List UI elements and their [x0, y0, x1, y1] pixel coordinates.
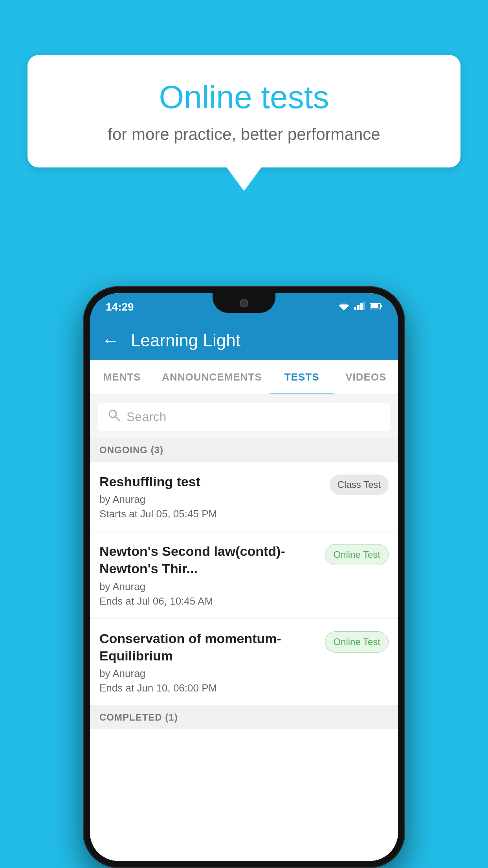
svg-rect-3: [354, 307, 356, 310]
test-badge: Online Test: [325, 544, 389, 565]
test-by: by Anurag: [99, 493, 323, 506]
test-date: Ends at Jul 06, 10:45 AM: [99, 595, 319, 607]
svg-rect-6: [363, 302, 365, 310]
search-container: Search: [90, 395, 398, 438]
search-input-wrapper[interactable]: Search: [98, 402, 390, 431]
search-icon: [108, 409, 120, 425]
signal-icon: [354, 302, 365, 313]
wifi-icon: [338, 301, 349, 313]
tab-videos[interactable]: VIDEOS: [334, 360, 398, 394]
app-toolbar: ← Learning Light: [90, 321, 398, 360]
phone-screen: 14:29 ← Le: [90, 293, 398, 861]
speech-bubble-title: Online tests: [51, 79, 437, 116]
camera: [240, 299, 248, 307]
status-time: 14:29: [106, 301, 134, 313]
back-button[interactable]: ←: [102, 332, 119, 349]
svg-rect-5: [360, 303, 363, 310]
search-placeholder: Search: [127, 410, 166, 424]
tab-tests[interactable]: TESTS: [270, 360, 334, 394]
tab-announcements[interactable]: ANNOUNCEMENTS: [154, 360, 270, 394]
test-info: Newton's Second law(contd)-Newton's Thir…: [99, 542, 319, 607]
speech-bubble-container: Online tests for more practice, better p…: [28, 55, 460, 191]
status-bar: 14:29: [90, 293, 398, 321]
battery-icon: [370, 303, 382, 311]
test-info: Reshuffling test by Anurag Starts at Jul…: [99, 473, 323, 520]
test-item[interactable]: Newton's Second law(contd)-Newton's Thir…: [90, 531, 398, 618]
test-item[interactable]: Reshuffling test by Anurag Starts at Jul…: [90, 462, 398, 531]
svg-rect-8: [381, 305, 382, 307]
test-badge: Class Test: [330, 474, 389, 495]
svg-line-11: [116, 417, 119, 421]
screen-content: Search ONGOING (3) Reshuffling test by A…: [90, 395, 398, 861]
phone-frame: 14:29 ← Le: [83, 286, 405, 868]
svg-rect-9: [371, 304, 378, 308]
speech-bubble: Online tests for more practice, better p…: [28, 55, 460, 167]
test-name: Newton's Second law(contd)-Newton's Thir…: [99, 542, 319, 577]
test-name: Conservation of momentum-Equilibrium: [99, 630, 319, 664]
tabs-container: MENTS ANNOUNCEMENTS TESTS VIDEOS: [90, 360, 398, 395]
test-name: Reshuffling test: [99, 473, 323, 490]
speech-bubble-subtitle: for more practice, better performance: [51, 125, 437, 144]
test-date: Starts at Jul 05, 05:45 PM: [99, 508, 323, 520]
svg-rect-4: [357, 305, 360, 310]
test-item[interactable]: Conservation of momentum-Equilibrium by …: [90, 619, 398, 706]
speech-bubble-arrow: [227, 167, 261, 191]
completed-section-header: COMPLETED (1): [90, 706, 398, 729]
phone-wrapper: 14:29 ← Le: [83, 286, 405, 868]
test-by: by Anurag: [99, 581, 319, 593]
test-by: by Anurag: [99, 668, 319, 680]
test-badge: Online Test: [325, 631, 389, 653]
toolbar-title: Learning Light: [131, 331, 240, 350]
test-info: Conservation of momentum-Equilibrium by …: [99, 630, 319, 694]
status-icons: [338, 301, 382, 313]
tab-ments[interactable]: MENTS: [90, 360, 154, 394]
test-date: Ends at Jun 10, 06:00 PM: [99, 682, 319, 694]
ongoing-section-header: ONGOING (3): [90, 438, 398, 462]
tests-list: Reshuffling test by Anurag Starts at Jul…: [90, 462, 398, 861]
notch: [213, 293, 275, 313]
